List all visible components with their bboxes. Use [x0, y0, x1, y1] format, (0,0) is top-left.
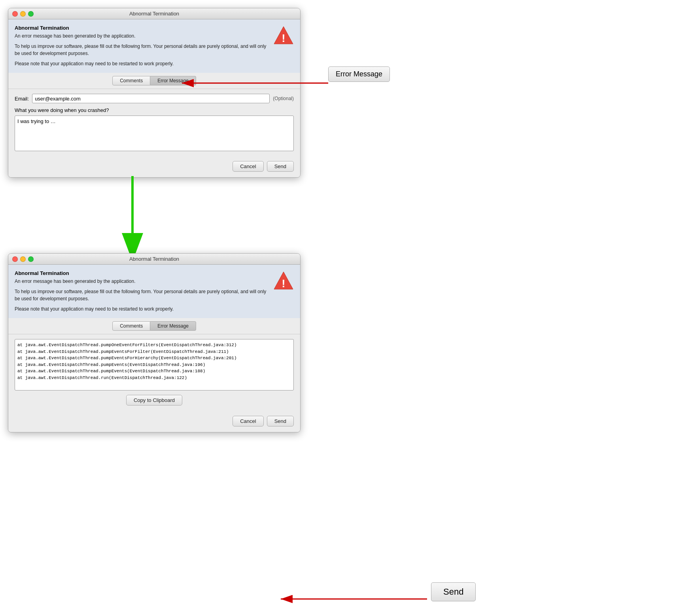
crash-label-top: What you were doing when you crashed? — [15, 107, 294, 113]
close-button-top[interactable] — [12, 11, 18, 17]
button-row-bottom: Cancel Send — [8, 412, 300, 432]
minimize-button-bottom[interactable] — [20, 256, 26, 262]
info-line2-top: To help us improve our software, please … — [15, 43, 269, 57]
cancel-button-bottom[interactable]: Cancel — [233, 416, 263, 426]
title-bar-bottom: Abnormal Termination — [8, 254, 300, 265]
info-section-bottom: Abnormal Termination An error message ha… — [8, 265, 300, 318]
red-arrow-top — [178, 75, 328, 91]
title-bar-top: Abnormal Termination — [8, 8, 300, 19]
info-line1-bottom: An error message has been generated by t… — [15, 278, 269, 285]
window-controls-top — [12, 11, 34, 17]
form-area-top: Email: (Optional) What you were doing wh… — [8, 89, 300, 157]
tab-error-bottom[interactable]: Error Message — [150, 321, 196, 331]
error-message-annotation-top: Error Message — [328, 66, 390, 82]
info-title-top: Abnormal Termination — [15, 25, 269, 31]
info-line3-top: Please note that your application may ne… — [15, 60, 269, 67]
window-title-bottom: Abnormal Termination — [129, 256, 179, 262]
error-log-area: at java.awt.EventDispatchThread.pumpOneE… — [8, 334, 300, 412]
send-annotation-bottom: Send — [431, 582, 476, 601]
optional-text-top: (Optional) — [273, 96, 294, 101]
annotation-box-error-top: Error Message — [328, 66, 390, 82]
annotation-box-send-bottom: Send — [431, 582, 476, 601]
info-line1-top: An error message has been generated by t… — [15, 32, 269, 40]
info-line3-bottom: Please note that your application may ne… — [15, 305, 269, 313]
info-line2-bottom: To help us improve our software, please … — [15, 288, 269, 302]
green-arrow-down — [121, 174, 144, 253]
send-button-top[interactable]: Send — [267, 161, 294, 172]
window-controls-bottom — [12, 256, 34, 262]
copy-row: Copy to Clipboard — [15, 392, 294, 407]
crash-textarea-top[interactable]: I was trying to … — [15, 116, 294, 151]
cancel-button-top[interactable]: Cancel — [233, 161, 263, 172]
close-button-bottom[interactable] — [12, 256, 18, 262]
minimize-button-top[interactable] — [20, 11, 26, 17]
button-row-top: Cancel Send — [8, 157, 300, 177]
info-text-top: Abnormal Termination An error message ha… — [15, 25, 269, 67]
email-input-top[interactable] — [32, 94, 270, 103]
top-window: Abnormal Termination Abnormal Terminatio… — [8, 8, 301, 178]
copy-to-clipboard-button[interactable]: Copy to Clipboard — [126, 395, 182, 406]
red-arrow-bottom — [277, 591, 427, 607]
info-section-top: Abnormal Termination An error message ha… — [8, 19, 300, 73]
warning-icon-top: ! — [273, 25, 294, 45]
send-button-bottom[interactable]: Send — [267, 416, 294, 426]
info-title-bottom: Abnormal Termination — [15, 270, 269, 276]
window-title-top: Abnormal Termination — [129, 11, 179, 17]
tabs-bar-bottom: Comments Error Message — [8, 318, 300, 334]
error-log-textarea[interactable]: at java.awt.EventDispatchThread.pumpOneE… — [15, 339, 294, 390]
email-label-top: Email: — [15, 96, 29, 102]
bottom-window: Abnormal Termination Abnormal Terminatio… — [8, 253, 301, 432]
svg-text:!: ! — [282, 32, 285, 44]
maximize-button-bottom[interactable] — [28, 256, 34, 262]
tab-comments-bottom[interactable]: Comments — [112, 321, 150, 331]
tab-comments-top[interactable]: Comments — [112, 76, 150, 85]
warning-icon-bottom: ! — [273, 270, 294, 291]
email-row-top: Email: (Optional) — [15, 94, 294, 103]
maximize-button-top[interactable] — [28, 11, 34, 17]
svg-text:!: ! — [282, 277, 285, 290]
info-text-bottom: Abnormal Termination An error message ha… — [15, 270, 269, 313]
